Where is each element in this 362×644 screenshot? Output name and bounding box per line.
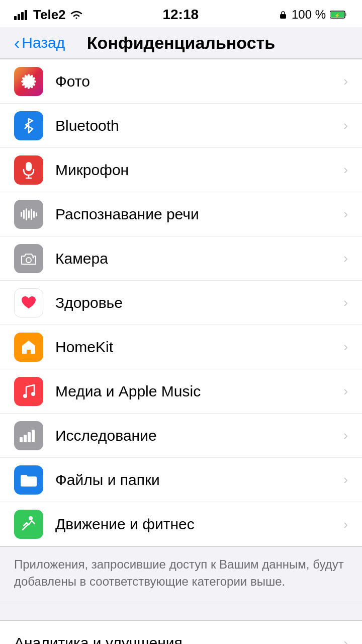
svg-rect-2: [21, 12, 24, 20]
svg-point-34: [33, 257, 34, 258]
camera-label: Камера: [55, 250, 343, 267]
svg-rect-26: [21, 212, 22, 217]
files-chevron-icon: ›: [343, 472, 348, 488]
research-label: Исследование: [55, 427, 343, 444]
photos-chevron-icon: ›: [343, 73, 348, 89]
list-item-bluetooth[interactable]: Bluetooth ›: [0, 104, 362, 148]
bluetooth-label: Bluetooth: [55, 117, 343, 134]
files-icon: [14, 465, 43, 495]
svg-rect-37: [20, 437, 23, 442]
svg-rect-39: [28, 432, 31, 442]
svg-point-33: [26, 258, 31, 263]
footer-note: Приложения, запросившие доступ к Вашим д…: [0, 547, 362, 602]
homekit-chevron-icon: ›: [343, 339, 348, 355]
svg-text:⚡: ⚡: [334, 13, 340, 19]
main-settings-section: Фото › Bluetooth › Микрофон ›: [0, 59, 362, 547]
health-chevron-icon: ›: [343, 295, 348, 310]
research-chevron-icon: ›: [343, 428, 348, 443]
svg-rect-7: [345, 13, 346, 16]
health-label: Здоровье: [55, 294, 343, 311]
carrier-name: Tele2: [33, 7, 66, 23]
microphone-label: Микрофон: [55, 162, 343, 179]
fitness-chevron-icon: ›: [343, 517, 348, 532]
research-icon: [14, 421, 43, 450]
speech-icon-svg: [20, 207, 38, 222]
svg-rect-23: [26, 162, 32, 171]
lock-icon: [279, 10, 288, 19]
music-label: Медиа и Apple Music: [55, 383, 343, 400]
files-label: Файлы и папки: [55, 471, 343, 489]
svg-rect-4: [280, 14, 286, 19]
camera-icon: [14, 244, 43, 273]
microphone-icon-svg: [22, 161, 36, 179]
fitness-label: Движение и фитнес: [55, 516, 343, 533]
list-item-speech[interactable]: Распознавание речи ›: [0, 192, 362, 236]
battery-percent: 100 %: [292, 8, 326, 22]
svg-rect-0: [14, 16, 17, 20]
svg-rect-38: [24, 435, 27, 442]
svg-rect-28: [26, 208, 27, 220]
bluetooth-icon-svg: [22, 117, 36, 134]
camera-chevron-icon: ›: [343, 251, 348, 266]
svg-rect-1: [18, 14, 20, 20]
health-icon-svg: [20, 295, 37, 310]
back-chevron-icon: ‹: [14, 34, 20, 51]
list-item-fitness[interactable]: Движение и фитнес ›: [0, 502, 362, 546]
svg-point-41: [29, 516, 33, 520]
health-icon: [14, 288, 43, 317]
music-chevron-icon: ›: [343, 383, 348, 399]
music-icon-svg: [21, 383, 36, 400]
status-carrier: Tele2: [14, 7, 83, 23]
microphone-icon: [14, 155, 43, 185]
nav-bar: ‹ Назад Конфиденциальность: [0, 27, 362, 59]
analytics-section: Аналитика и улучшения ›: [0, 620, 362, 644]
fitness-icon-svg: [20, 516, 38, 533]
homekit-icon-svg: [20, 339, 37, 356]
list-item-analytics[interactable]: Аналитика и улучшения ›: [0, 621, 362, 644]
list-item-files[interactable]: Файлы и папки ›: [0, 458, 362, 502]
back-button[interactable]: ‹ Назад: [14, 34, 65, 51]
research-icon-svg: [19, 428, 38, 443]
microphone-chevron-icon: ›: [343, 162, 348, 178]
speech-chevron-icon: ›: [343, 206, 348, 222]
svg-rect-32: [36, 212, 37, 216]
svg-point-21: [27, 79, 31, 84]
list-item-research[interactable]: Исследование ›: [0, 414, 362, 458]
homekit-label: HomeKit: [55, 339, 343, 356]
svg-rect-27: [23, 210, 25, 219]
list-item-homekit[interactable]: HomeKit ›: [0, 325, 362, 369]
status-battery-area: 100 % ⚡: [279, 8, 348, 22]
bluetooth-chevron-icon: ›: [343, 118, 348, 133]
battery-icon: ⚡: [330, 10, 348, 19]
bluetooth-icon: [14, 111, 43, 140]
analytics-chevron-icon: ›: [343, 635, 348, 644]
files-icon-svg: [20, 472, 38, 488]
svg-rect-29: [28, 210, 30, 218]
homekit-icon: [14, 333, 43, 362]
photos-icon-svg: [20, 73, 37, 90]
svg-rect-3: [25, 10, 27, 20]
list-item-music[interactable]: Медиа и Apple Music ›: [0, 369, 362, 414]
status-time: 12:18: [162, 7, 199, 23]
page-title: Конфиденциальность: [87, 33, 275, 53]
speech-label: Распознавание речи: [55, 206, 343, 223]
analytics-label: Аналитика и улучшения: [14, 634, 343, 644]
photos-label: Фото: [55, 73, 343, 90]
camera-icon-svg: [20, 251, 38, 266]
list-item-camera[interactable]: Камера ›: [0, 236, 362, 281]
back-label: Назад: [22, 34, 65, 51]
list-item-microphone[interactable]: Микрофон ›: [0, 148, 362, 192]
svg-rect-40: [32, 430, 35, 442]
fitness-icon: [14, 510, 43, 539]
svg-point-35: [23, 394, 27, 398]
svg-point-36: [31, 392, 35, 396]
music-icon: [14, 377, 43, 406]
list-item-photos[interactable]: Фото ›: [0, 59, 362, 104]
svg-rect-30: [31, 209, 32, 220]
status-bar: Tele2 12:18 100 % ⚡: [0, 0, 362, 27]
signal-icon: [14, 9, 29, 20]
wifi-icon: [70, 9, 83, 20]
speech-icon: [14, 200, 43, 229]
svg-rect-31: [33, 211, 35, 218]
list-item-health[interactable]: Здоровье ›: [0, 281, 362, 325]
